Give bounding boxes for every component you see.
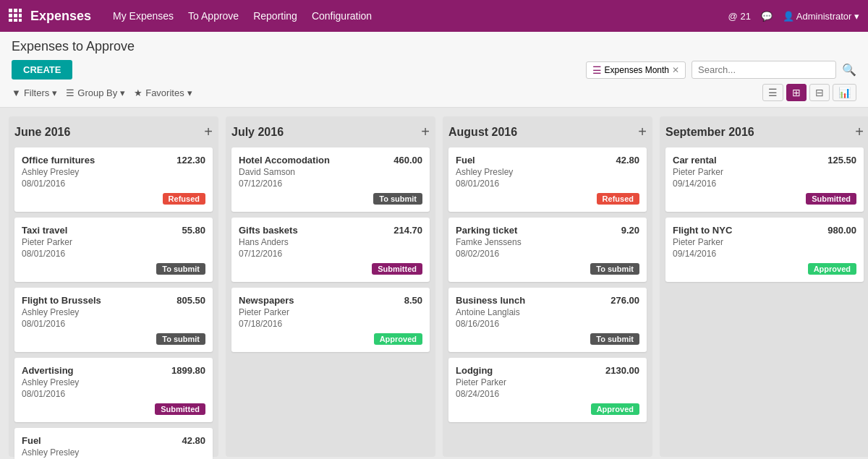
expense-card[interactable]: Fuel42.80Ashley Presley08/01/2016Refused xyxy=(448,147,647,212)
card-expense-name: Car rental xyxy=(673,155,717,166)
grid-view-button[interactable]: ⊟ xyxy=(809,84,830,101)
create-button[interactable]: CREATE xyxy=(12,60,72,80)
card-amount: 42.80 xyxy=(182,435,205,446)
status-badge: Submitted xyxy=(806,193,856,205)
card-date: 08/02/2016 xyxy=(456,249,639,259)
nav-reporting[interactable]: Reporting xyxy=(253,10,297,22)
expense-card[interactable]: Flight to Brussels805.50Ashley Presley08… xyxy=(14,288,213,352)
filter-icon: ▼ xyxy=(12,87,21,98)
expense-card[interactable]: Flight to NYC980.00Pieter Parker09/14/20… xyxy=(665,218,864,282)
status-badge: To submit xyxy=(156,333,205,345)
svg-rect-1 xyxy=(14,9,17,12)
card-expense-name: Hotel Accomodation xyxy=(239,155,330,166)
svg-rect-0 xyxy=(9,9,12,12)
card-date: 08/01/2016 xyxy=(22,319,205,329)
search-area: ☰ Expenses Month ✕ 🔍 xyxy=(586,61,856,79)
card-amount: 805.50 xyxy=(176,295,205,306)
kanban-board: June 2016+Office furnitures122.30Ashley … xyxy=(0,108,868,459)
card-amount: 214.70 xyxy=(393,225,422,236)
filters-button[interactable]: ▼ Filters ▾ xyxy=(12,87,57,98)
card-person: Pieter Parker xyxy=(239,307,422,317)
card-amount: 42.80 xyxy=(616,155,639,166)
top-navigation: Expenses My Expenses To Approve Reportin… xyxy=(0,0,868,32)
nav-configuration[interactable]: Configuration xyxy=(312,10,372,22)
search-tag-close[interactable]: ✕ xyxy=(672,65,679,75)
expense-card[interactable]: Gifts baskets214.70Hans Anders07/12/2016… xyxy=(231,218,430,282)
col-add-button-3[interactable]: + xyxy=(855,124,864,140)
col-title-3: September 2016 xyxy=(665,126,754,139)
nav-my-expenses[interactable]: My Expenses xyxy=(113,10,174,22)
nav-to-approve[interactable]: To Approve xyxy=(188,10,239,22)
status-badge: To submit xyxy=(590,263,639,275)
card-amount: 1899.80 xyxy=(171,365,205,376)
status-badge: Approved xyxy=(374,333,422,345)
expense-card[interactable]: Fuel42.80Ashley Presley08/01/2016Approve… xyxy=(14,428,213,459)
notification-count[interactable]: @ 21 xyxy=(728,11,751,22)
favorites-button[interactable]: ★ Favorites ▾ xyxy=(134,87,192,98)
card-date: 07/12/2016 xyxy=(239,179,422,189)
chat-icon[interactable]: 💬 xyxy=(761,11,773,22)
card-expense-name: Fuel xyxy=(22,435,41,446)
expense-card[interactable]: Advertising1899.80Ashley Presley08/01/20… xyxy=(14,358,213,422)
col-title-0: June 2016 xyxy=(14,126,70,139)
col-add-button-2[interactable]: + xyxy=(638,124,647,140)
card-person: Antoine Langlais xyxy=(456,307,639,317)
card-amount: 55.80 xyxy=(182,225,205,236)
card-expense-name: Gifts baskets xyxy=(239,225,298,236)
card-expense-name: Business lunch xyxy=(456,295,525,306)
card-expense-name: Parking ticket xyxy=(456,225,517,236)
kanban-view-button[interactable]: ⊞ xyxy=(786,84,807,101)
search-tag: ☰ Expenses Month ✕ xyxy=(586,61,686,79)
card-person: Pieter Parker xyxy=(22,237,205,247)
status-badge: Refused xyxy=(597,193,639,205)
col-title-1: July 2016 xyxy=(231,126,284,139)
card-date: 08/01/2016 xyxy=(456,179,639,189)
card-expense-name: Office furnitures xyxy=(22,155,95,166)
card-expense-name: Newspapers xyxy=(239,295,294,306)
sub-header: Expenses to Approve CREATE ☰ Expenses Mo… xyxy=(0,32,868,108)
card-person: Pieter Parker xyxy=(673,237,856,247)
grid-icon[interactable] xyxy=(9,9,22,24)
status-badge: To submit xyxy=(590,333,639,345)
search-button[interactable]: 🔍 xyxy=(842,63,856,77)
card-person: Famke Jenssens xyxy=(456,237,639,247)
card-amount: 980.00 xyxy=(827,225,856,236)
card-date: 09/14/2016 xyxy=(673,179,856,189)
status-badge: Submitted xyxy=(155,403,205,415)
nav-right: @ 21 💬 👤 Administrator ▾ xyxy=(728,11,859,22)
chart-view-button[interactable]: 📊 xyxy=(833,84,856,101)
col-header-2: August 2016+ xyxy=(448,124,647,140)
card-date: 08/01/2016 xyxy=(22,179,205,189)
card-person: Pieter Parker xyxy=(673,167,856,177)
kanban-column-1: July 2016+Hotel Accomodation460.00David … xyxy=(226,116,435,457)
col-header-3: September 2016+ xyxy=(665,124,864,140)
col-title-2: August 2016 xyxy=(448,126,517,139)
card-expense-name: Lodging xyxy=(456,365,493,376)
col-header-1: July 2016+ xyxy=(231,124,430,140)
expense-card[interactable]: Office furnitures122.30Ashley Presley08/… xyxy=(14,147,213,212)
expense-card[interactable]: Hotel Accomodation460.00David Samson07/1… xyxy=(231,147,430,212)
expense-card[interactable]: Business lunch276.00Antoine Langlais08/1… xyxy=(448,288,647,352)
card-amount: 460.00 xyxy=(393,155,422,166)
col-add-button-1[interactable]: + xyxy=(421,124,430,140)
card-amount: 8.50 xyxy=(404,295,422,306)
expense-card[interactable]: Lodging2130.00Pieter Parker08/24/2016App… xyxy=(448,358,647,422)
col-header-0: June 2016+ xyxy=(14,124,213,140)
status-badge: To submit xyxy=(156,263,205,275)
card-expense-name: Flight to NYC xyxy=(673,225,732,236)
user-avatar[interactable]: 👤 Administrator ▾ xyxy=(783,11,859,22)
expense-card[interactable]: Parking ticket9.20Famke Jenssens08/02/20… xyxy=(448,218,647,282)
expense-card[interactable]: Car rental125.50Pieter Parker09/14/2016S… xyxy=(665,147,864,212)
card-date: 08/24/2016 xyxy=(456,389,639,399)
status-badge: Approved xyxy=(808,263,856,275)
expense-card[interactable]: Newspapers8.50Pieter Parker07/18/2016App… xyxy=(231,288,430,352)
card-expense-name: Taxi travel xyxy=(22,225,67,236)
list-view-button[interactable]: ☰ xyxy=(762,84,783,101)
card-person: Ashley Presley xyxy=(22,447,205,458)
page-title: Expenses to Approve xyxy=(12,39,856,54)
expense-card[interactable]: Taxi travel55.80Pieter Parker08/01/2016T… xyxy=(14,218,213,282)
card-person: Hans Anders xyxy=(239,237,422,247)
groupby-button[interactable]: ☰ Group By ▾ xyxy=(66,87,125,98)
search-input[interactable] xyxy=(692,61,836,79)
col-add-button-0[interactable]: + xyxy=(204,124,213,140)
